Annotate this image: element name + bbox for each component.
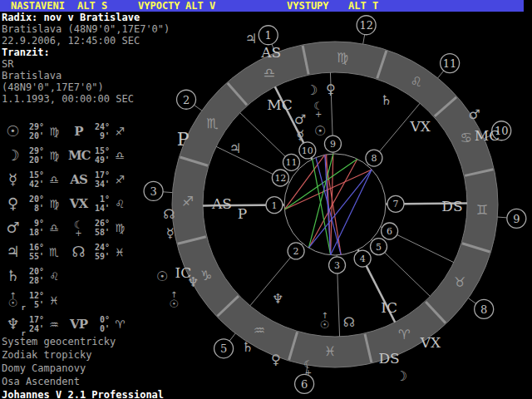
menu-item-vypocty[interactable]: VYPOCTY (138, 1, 180, 12)
degree-minute: 15°49' (89, 146, 110, 165)
transit-jupiter-glyph: ♃ (245, 31, 257, 47)
radix-house-11-label: 11 (285, 157, 297, 168)
position-row-node: ☊24°59'♓ (68, 240, 127, 264)
position-row-as: AS17°34'♐ (68, 168, 127, 191)
degree-value: 9° (34, 219, 44, 228)
position-row-uranus: ↑☉r12°5'♓ (2, 288, 62, 312)
degree-value: 26° (95, 219, 110, 228)
degree-minute: 17°34' (89, 170, 110, 189)
transit-house-8-label: 8 (480, 303, 487, 316)
info-line-0: Radix: nov v Bratislave (2, 12, 170, 23)
sun-glyph: ☉ (2, 121, 23, 141)
degree-value: 20° (29, 267, 44, 276)
radix-house-1-label: 1 (272, 200, 278, 211)
transit-house-12-label: 12 (359, 19, 373, 32)
pluto-glyph: P (68, 121, 89, 141)
degree-minute: 29°20' (23, 146, 44, 165)
radix-neptune-glyph: ♆ (272, 291, 283, 307)
settings-footer: System geocentrickyZodiak tropickyDomy C… (2, 335, 164, 399)
zodiac-sign-virgo: ♍ (337, 50, 348, 66)
menu-item-vystupy[interactable]: VYSTUPY (287, 1, 329, 12)
position-row-pluto: P24°9'♐ (68, 120, 127, 143)
zodiac-sign-cancer: ♋ (461, 130, 472, 145)
menu-item-alt-v[interactable]: ALT V (185, 1, 215, 12)
minute-value: 18' (29, 228, 44, 237)
node-glyph: ☊ (68, 242, 89, 262)
radix-house-8-label: 8 (371, 153, 377, 164)
position-row-mars: ♂9°18'♎ (2, 216, 62, 239)
menu-item-alt-t[interactable]: ALT T (348, 1, 378, 12)
degree-value: 17° (29, 315, 44, 324)
info-line-2: 22.9.2006, 12:45:00 SEC (2, 35, 170, 47)
radix-house-numbers: 123456789101112 (266, 135, 404, 273)
transit-house-2-label: 2 (183, 94, 190, 106)
info-line-7: 1.1.1993, 00:00:00 SEC (2, 93, 170, 105)
degree-value: 29° (29, 146, 44, 155)
radix-house-2-label: 2 (293, 246, 299, 257)
minute-value: 59' (95, 252, 110, 261)
position-row-neptune: ♆r17°24'♒ (2, 313, 62, 336)
degree-minute: 15°42' (23, 170, 44, 189)
radix-as-label: AS (211, 195, 232, 212)
info-line-6: (48N9'0",17E7'0") (2, 81, 170, 93)
minute-value: 58' (95, 228, 110, 237)
zodiac-sign-glyph: ♐ (112, 174, 127, 186)
moon-glyph: ☽ (2, 145, 23, 165)
zodiac-sign-leo: ♌ (411, 74, 422, 90)
menu-item-nastaveni[interactable]: NASTAVENI (11, 1, 65, 12)
position-row-lilith: ☾+26°58'♍ (68, 216, 127, 239)
position-row-jupiter: ♃16°55'♏ (2, 240, 62, 264)
mars-glyph: ♂ (2, 218, 23, 238)
degree-minute: 26°58' (89, 219, 110, 237)
radix-node-glyph: ☊ (343, 314, 355, 330)
zodiac-sign-capricorn: ♑ (200, 268, 212, 283)
zodiac-sign-glyph: ♐ (112, 126, 127, 138)
radix-venus-glyph: ♀ (326, 81, 336, 97)
mc-glyph: MC (68, 145, 89, 165)
degree-value: 15° (29, 170, 44, 180)
degree-minute: 16°55' (23, 243, 44, 261)
lilith-glyph: ☾+ (68, 220, 89, 236)
transit-venus-glyph: ♀ (271, 352, 281, 367)
transit-house-3-label: 3 (150, 185, 156, 198)
transit-house-5-label: 5 (220, 342, 227, 355)
radix-house-9-label: 9 (330, 139, 336, 150)
zodiac-sign-glyph: ♌ (112, 198, 127, 210)
app-brand: Johannes V 2.1 Professional (2, 388, 164, 399)
degree-value: 12° (29, 291, 44, 300)
vx-glyph: VX (68, 194, 89, 214)
radix-ic-label: IC (381, 299, 397, 316)
radix-house-10-label: 10 (302, 145, 313, 156)
mercury-glyph: ☿ (2, 170, 23, 190)
minute-value: 9' (100, 131, 110, 140)
transit-node-glyph: ☊ (163, 206, 175, 222)
transit-vx-label: VX (420, 334, 441, 351)
footer-line-2: Domy Campanovy (2, 362, 164, 375)
transit-mars-glyph: ♂ (469, 106, 480, 122)
degree-value: 15° (95, 146, 110, 155)
degree-value: 17° (95, 170, 110, 180)
app-screen: { "menu": { "bg": "#4747e0", "fg": "#fff… (0, 0, 532, 399)
radix-moon-glyph: ☽ (306, 82, 318, 98)
degree-value: 24° (95, 122, 110, 131)
zodiac-sign-pisces: ♓ (324, 343, 336, 359)
info-line-4: SR (2, 58, 170, 70)
radix-house-3-label: 3 (334, 260, 340, 271)
position-row-vp: VP0°0'♈ (68, 313, 127, 336)
zodiac-sign-glyph: ♍ (47, 150, 62, 162)
radix-sun-glyph: ☉ (314, 123, 326, 139)
radix-mc-label: MC (267, 96, 292, 113)
minute-value: 8' (34, 204, 44, 213)
transit-uranus-glyph: ☉ (169, 298, 179, 310)
degree-value: 29° (29, 122, 44, 131)
transit-lilith-glyph: + (305, 368, 312, 377)
transit-mc-label: MC (475, 127, 500, 144)
minute-value: 5' (34, 300, 44, 309)
saturn-glyph: ♄ (2, 266, 23, 286)
degree-value: 1° (100, 195, 110, 204)
minute-value: 20' (29, 155, 44, 165)
chart-info-panel: Radix: nov v BratislaveBratislava (48N9'… (2, 12, 170, 105)
menu-item-alt-s[interactable]: ALT S (77, 1, 107, 12)
transit-house-11-label: 11 (443, 57, 457, 70)
zodiac-sign-glyph: ♓ (47, 294, 62, 307)
